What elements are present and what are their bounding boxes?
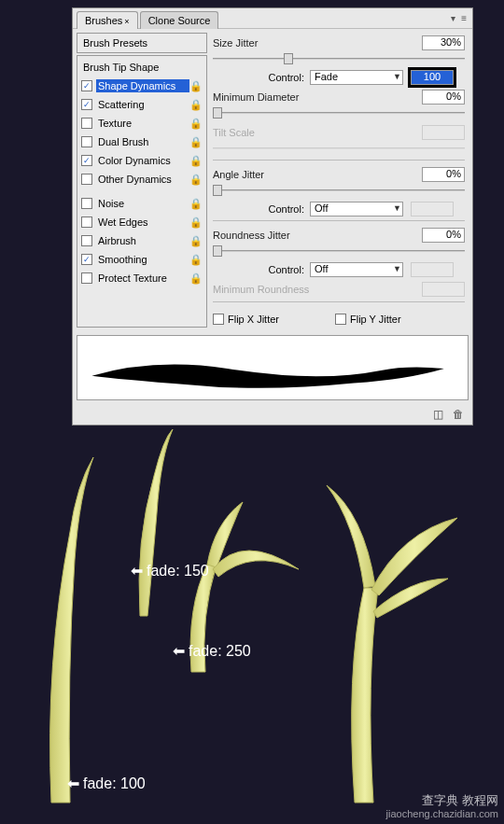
brush-preview bbox=[77, 335, 469, 400]
min-diameter-slider[interactable] bbox=[213, 107, 465, 119]
chevron-down-icon: ▼ bbox=[393, 264, 401, 273]
flip-y-jitter-checkbox[interactable]: Flip Y Jitter bbox=[335, 314, 401, 325]
sidebar-item-shape-dynamics[interactable]: ✓Shape Dynamics🔒 bbox=[77, 77, 206, 95]
lock-icon[interactable]: 🔒 bbox=[189, 155, 203, 167]
checkbox-icon[interactable]: ✓ bbox=[81, 155, 92, 166]
roundness-jitter-value[interactable]: 0% bbox=[422, 228, 465, 243]
tab-bar: Brushes× Clone Source bbox=[73, 8, 220, 29]
lock-icon[interactable]: 🔒 bbox=[189, 80, 203, 92]
panel-header: Brushes× Clone Source ▾ ≡ bbox=[73, 8, 472, 29]
size-jitter-value[interactable]: 30% bbox=[422, 35, 465, 50]
min-roundness-label: Minimum Roundness bbox=[213, 284, 422, 295]
watermark: 查字典 教程网 jiaocheng.chazidian.com bbox=[386, 793, 498, 820]
chevron-down-icon: ▼ bbox=[393, 203, 401, 213]
flip-x-jitter-checkbox[interactable]: Flip X Jitter bbox=[213, 314, 279, 325]
min-diameter-label: Minimum Diameter bbox=[213, 91, 422, 103]
lock-icon[interactable]: 🔒 bbox=[189, 136, 203, 148]
size-control-label: Control: bbox=[213, 72, 310, 83]
checkbox-icon[interactable]: ✓ bbox=[81, 254, 92, 265]
chevron-down-icon: ▼ bbox=[393, 72, 401, 81]
annotation-fade-250: ⬅fade: 250 bbox=[173, 642, 251, 660]
new-preset-icon[interactable]: ◫ bbox=[431, 408, 444, 421]
lock-icon[interactable]: 🔒 bbox=[189, 198, 203, 210]
sidebar-item-noise[interactable]: Noise🔒 bbox=[77, 194, 206, 213]
lock-icon[interactable]: 🔒 bbox=[189, 272, 203, 285]
lock-icon[interactable]: 🔒 bbox=[189, 216, 203, 229]
size-jitter-slider[interactable] bbox=[213, 53, 465, 64]
brush-sidebar: Brush Presets Brush Tip Shape ✓Shape Dyn… bbox=[77, 33, 207, 328]
controls-column: Size Jitter30% Control: Fade▼ 100 Minimu… bbox=[211, 33, 469, 328]
size-control-fade-input[interactable]: 100 bbox=[411, 70, 454, 85]
roundness-control-input bbox=[411, 262, 454, 277]
roundness-jitter-label: Roundness Jitter bbox=[213, 230, 422, 241]
arrow-left-icon: ⬅ bbox=[67, 775, 79, 792]
lock-icon[interactable]: 🔒 bbox=[189, 99, 203, 111]
arrow-left-icon: ⬅ bbox=[173, 642, 185, 660]
annotation-fade-100: ⬅fade: 100 bbox=[67, 775, 146, 792]
size-jitter-label: Size Jitter bbox=[213, 37, 422, 49]
checkbox-icon[interactable]: ✓ bbox=[81, 99, 92, 110]
sidebar-item-scattering[interactable]: ✓Scattering🔒 bbox=[77, 95, 206, 114]
checkbox-icon[interactable] bbox=[81, 235, 92, 246]
minimize-icon[interactable]: ▾ bbox=[451, 13, 455, 23]
angle-jitter-slider[interactable] bbox=[213, 185, 465, 196]
lock-icon[interactable]: 🔒 bbox=[189, 118, 203, 130]
lock-icon[interactable]: 🔒 bbox=[189, 254, 203, 266]
tilt-scale-slider bbox=[213, 143, 465, 154]
lock-icon[interactable]: 🔒 bbox=[189, 235, 203, 247]
checkbox-icon[interactable] bbox=[81, 216, 92, 228]
checkbox-icon[interactable] bbox=[81, 198, 92, 209]
checkbox-icon[interactable]: ✓ bbox=[81, 80, 92, 91]
tab-brushes[interactable]: Brushes× bbox=[77, 11, 138, 29]
angle-control-input bbox=[411, 202, 454, 216]
tilt-scale-label: Tilt Scale bbox=[213, 127, 422, 138]
brush-options-list: Brush Tip Shape ✓Shape Dynamics🔒 ✓Scatte… bbox=[77, 55, 207, 328]
trash-icon[interactable]: 🗑 bbox=[452, 408, 465, 421]
close-icon[interactable]: × bbox=[124, 17, 129, 26]
checkbox-icon[interactable] bbox=[81, 136, 92, 147]
brush-presets-header[interactable]: Brush Presets bbox=[77, 33, 207, 53]
sidebar-item-dual-brush[interactable]: Dual Brush🔒 bbox=[77, 133, 206, 151]
sidebar-item-other-dynamics[interactable]: Other Dynamics🔒 bbox=[77, 170, 206, 189]
tilt-scale-value bbox=[422, 125, 465, 140]
sidebar-item-texture[interactable]: Texture🔒 bbox=[77, 114, 206, 133]
tab-clone-source[interactable]: Clone Source bbox=[140, 11, 219, 29]
angle-jitter-value[interactable]: 0% bbox=[422, 167, 465, 182]
roundness-control-label: Control: bbox=[213, 264, 310, 275]
sidebar-item-smoothing[interactable]: ✓Smoothing🔒 bbox=[77, 250, 206, 269]
annotation-fade-150: ⬅fade: 150 bbox=[131, 562, 209, 580]
arrow-left-icon: ⬅ bbox=[131, 562, 143, 580]
angle-jitter-label: Angle Jitter bbox=[213, 169, 422, 180]
min-diameter-value[interactable]: 0% bbox=[422, 90, 465, 105]
angle-control-label: Control: bbox=[213, 203, 310, 215]
checkbox-icon[interactable] bbox=[81, 272, 92, 284]
checkbox-icon[interactable] bbox=[81, 174, 92, 185]
sidebar-item-color-dynamics[interactable]: ✓Color Dynamics🔒 bbox=[77, 151, 206, 170]
roundness-control-dropdown[interactable]: Off▼ bbox=[310, 262, 403, 277]
size-control-dropdown[interactable]: Fade▼ bbox=[310, 70, 403, 85]
sidebar-item-brush-tip-shape[interactable]: Brush Tip Shape bbox=[77, 58, 206, 77]
min-roundness-value bbox=[422, 282, 465, 297]
angle-control-dropdown[interactable]: Off▼ bbox=[310, 202, 403, 216]
brushes-panel: Brushes× Clone Source ▾ ≡ Brush Presets … bbox=[72, 7, 473, 426]
sidebar-item-airbrush[interactable]: Airbrush🔒 bbox=[77, 231, 206, 250]
panel-footer: ◫ 🗑 bbox=[73, 404, 472, 425]
sidebar-item-wet-edges[interactable]: Wet Edges🔒 bbox=[77, 213, 206, 231]
checkbox-icon[interactable] bbox=[81, 118, 92, 129]
sidebar-item-protect-texture[interactable]: Protect Texture🔒 bbox=[77, 269, 206, 287]
menu-icon[interactable]: ≡ bbox=[461, 13, 467, 23]
roundness-jitter-slider[interactable] bbox=[213, 245, 465, 257]
brush-examples-illustration: ⬅fade: 150 ⬅fade: 250 ⬅fade: 100 bbox=[0, 429, 504, 821]
lock-icon[interactable]: 🔒 bbox=[189, 174, 203, 186]
